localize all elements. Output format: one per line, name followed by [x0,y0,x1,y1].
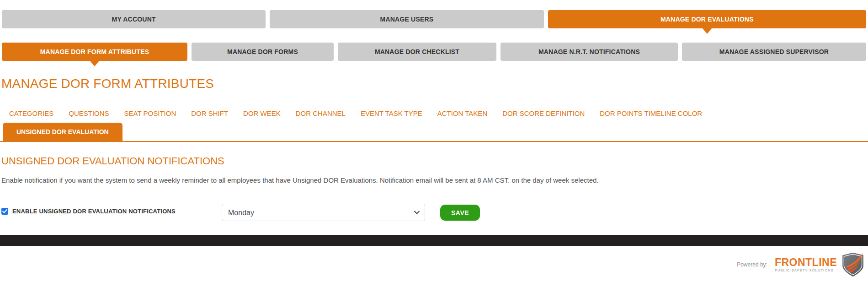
tab-link-event-task-type[interactable]: EVENT TASK TYPE [361,110,422,117]
page-title: MANAGE DOR FORM ATTRIBUTES [1,77,868,91]
tab-link-dor-channel[interactable]: DOR CHANNEL [296,110,346,117]
day-of-week-select-wrap: Monday [222,204,425,221]
nav-manage-dor-evaluations[interactable]: MANAGE DOR EVALUATIONS [548,10,866,28]
footer-bar [0,235,868,246]
brand-name: FRONTLINE [775,257,837,268]
nav-manage-users[interactable]: MANAGE USERS [270,10,543,28]
tab-link-action-taken[interactable]: ACTION TAKEN [437,110,487,117]
tab-link-dor-week[interactable]: DOR WEEK [243,110,281,117]
frontline-wordmark: FRONTLINE PUBLIC SAFETY SOLUTIONS [775,257,837,272]
save-button[interactable]: SAVE [440,205,480,221]
sub-tab-bar: UNSIGNED DOR EVALUATION [0,123,868,142]
tab-link-dor-score-definition[interactable]: DOR SCORE DEFINITION [502,110,585,117]
tab-link-dor-shift[interactable]: DOR SHIFT [191,110,228,117]
secondary-nav: MANAGE DOR FORM ATTRIBUTES MANAGE DOR FO… [0,43,868,61]
nav-manage-dor-form-attributes[interactable]: MANAGE DOR FORM ATTRIBUTES [2,43,187,61]
enable-notifications-checkbox[interactable] [1,208,8,215]
tab-link-dor-points-timeline-color[interactable]: DOR POINTS TIMELINE COLOR [600,110,702,117]
content-section: UNSIGNED DOR EVALUATION NOTIFICATIONS En… [0,156,868,221]
nav-manage-nrt-notifications[interactable]: MANAGE N.R.T. NOTIFICATIONS [501,43,678,61]
nav-my-account[interactable]: MY ACCOUNT [2,10,266,28]
nav-manage-assigned-supervisor[interactable]: MANAGE ASSIGNED SUPERVISOR [682,43,866,61]
enable-notifications-label[interactable]: ENABLE UNSIGNED DOR EVALUATION NOTIFICAT… [12,208,176,215]
frontline-shield-logo-icon [841,252,864,277]
nav-manage-dor-forms[interactable]: MANAGE DOR FORMS [192,43,334,61]
notification-form-row: ENABLE UNSIGNED DOR EVALUATION NOTIFICAT… [1,204,868,221]
check-icon [2,209,7,213]
section-description: Enable notification if you want the syst… [1,174,628,186]
day-of-week-select[interactable]: Monday [222,204,425,221]
enable-notifications-group: ENABLE UNSIGNED DOR EVALUATION NOTIFICAT… [1,208,222,215]
tab-unsigned-dor-evaluation[interactable]: UNSIGNED DOR EVALUATION [3,123,122,141]
section-heading: UNSIGNED DOR EVALUATION NOTIFICATIONS [1,156,868,167]
tab-link-categories[interactable]: CATEGORIES [9,110,53,117]
nav-manage-dor-checklist[interactable]: MANAGE DOR CHECKLIST [338,43,496,61]
tab-link-seat-position[interactable]: SEAT POSITION [124,110,176,117]
brand-tagline: PUBLIC SAFETY SOLUTIONS [775,269,834,272]
page-root: MY ACCOUNT MANAGE USERS MANAGE DOR EVALU… [0,10,868,293]
powered-by-label: Powered by: [737,261,767,268]
attribute-tab-links: CATEGORIES QUESTIONS SEAT POSITION DOR S… [9,110,868,117]
branding-area: Powered by: FRONTLINE PUBLIC SAFETY SOLU… [0,252,868,277]
tab-link-questions[interactable]: QUESTIONS [69,110,109,117]
primary-nav: MY ACCOUNT MANAGE USERS MANAGE DOR EVALU… [0,10,868,28]
